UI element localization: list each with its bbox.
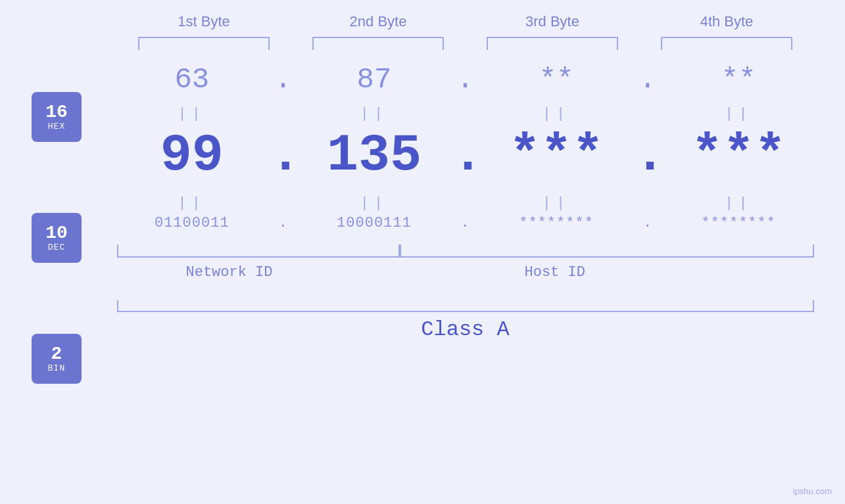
dec-dot3: . — [635, 126, 661, 185]
class-label: Class A — [117, 317, 814, 342]
bottom-brackets: Network ID Host ID — [117, 244, 814, 258]
bin-dot1: . — [270, 215, 296, 231]
bracket-4 — [661, 37, 792, 50]
host-id-label: Host ID — [525, 264, 585, 281]
bin-row: 01100011 . 10000111 . ******** . *******… — [117, 215, 814, 231]
hex-b4: ** — [666, 63, 811, 96]
dec-name: DEC — [48, 242, 65, 252]
bin-dot3: . — [635, 215, 661, 231]
dec-b2: 135 — [302, 126, 447, 185]
byte3-header: 3rd Byte — [480, 13, 625, 30]
main-container: 1st Byte 2nd Byte 3rd Byte 4th Byte 16 H… — [0, 0, 845, 504]
sep2-b2: || — [302, 195, 447, 212]
hex-dot3: . — [635, 63, 661, 96]
byte-headers: 1st Byte 2nd Byte 3rd Byte 4th Byte — [117, 13, 814, 30]
hex-name: HEX — [48, 122, 65, 131]
dec-number: 10 — [45, 224, 68, 242]
sep2-b4: || — [666, 195, 811, 212]
bin-b3: ******** — [484, 215, 629, 231]
byte4-header: 4th Byte — [654, 13, 799, 30]
dec-dot2: . — [452, 126, 478, 185]
sep1-b4: || — [666, 106, 811, 122]
sep1-b1: || — [120, 106, 264, 122]
hex-dot1: . — [270, 63, 296, 96]
bin-b4: ******** — [666, 215, 811, 231]
dec-b4: *** — [666, 126, 811, 185]
base-labels: 16 HEX 10 DEC 2 BIN — [32, 92, 82, 384]
byte2-header: 2nd Byte — [306, 13, 450, 30]
bin-b2: 10000111 — [302, 215, 447, 231]
sep2-b1: || — [120, 195, 264, 212]
hex-b2: 87 — [302, 63, 447, 96]
sep1: || || || || — [117, 106, 814, 122]
sep1-b3: || — [484, 106, 629, 122]
header-brackets — [117, 37, 814, 50]
bracket-2 — [312, 37, 444, 50]
sep1-b2: || — [302, 106, 447, 122]
hex-number: 16 — [45, 103, 68, 122]
bin-dot2: . — [452, 215, 478, 231]
class-bracket — [117, 300, 814, 312]
class-row: Class A — [117, 300, 814, 342]
hex-b1: 63 — [120, 63, 264, 96]
dec-badge: 10 DEC — [32, 213, 82, 263]
dec-dot1: . — [270, 126, 296, 185]
bin-b1: 01100011 — [120, 215, 264, 231]
dec-b1: 99 — [120, 126, 264, 185]
hex-dot2: . — [452, 63, 478, 96]
bin-number: 2 — [51, 345, 62, 363]
bin-name: BIN — [48, 363, 65, 373]
dec-row: 99 . 135 . *** . *** — [117, 126, 814, 185]
rows-area: 63 . 87 . ** . ** || || || || 99 . 135 .… — [117, 63, 814, 238]
dec-b3: *** — [484, 126, 629, 185]
watermark: ipshu.com — [793, 486, 832, 496]
hex-row: 63 . 87 . ** . ** — [117, 63, 814, 96]
bracket-3 — [487, 37, 618, 50]
hex-badge: 16 HEX — [32, 92, 82, 142]
network-id-label: Network ID — [186, 264, 273, 281]
sep2-b3: || — [484, 195, 629, 212]
hex-b3: ** — [484, 63, 629, 96]
byte1-header: 1st Byte — [132, 13, 276, 30]
network-bracket — [117, 244, 400, 258]
bin-badge: 2 BIN — [32, 334, 82, 384]
sep2: || || || || — [117, 195, 814, 212]
host-bracket — [400, 244, 814, 258]
bracket-1 — [138, 37, 270, 50]
